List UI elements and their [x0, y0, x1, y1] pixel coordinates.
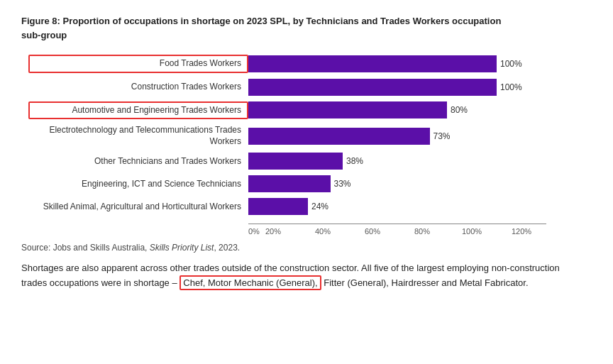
bar-row-0: Food Trades Workers100%	[28, 55, 592, 73]
bar-value-0: 100%	[500, 59, 522, 69]
bar-label-1: Construction Trades Workers	[28, 82, 248, 93]
bar-fill-5	[248, 175, 331, 192]
bar-fill-3	[248, 128, 430, 145]
bar-row-1: Construction Trades Workers100%	[28, 79, 592, 96]
bar-area-1: 100%	[248, 79, 592, 96]
bar-label-5: Engineering, ICT and Science Technicians	[28, 179, 248, 190]
bar-value-3: 73%	[433, 131, 451, 141]
bar-area-2: 80%	[248, 101, 592, 118]
highlight-chef-mechanic: Chef, Motor Mechanic (General),	[180, 275, 321, 290]
bar-area-6: 24%	[248, 198, 592, 215]
bar-area-0: 100%	[248, 55, 592, 72]
bar-fill-1	[248, 79, 497, 96]
bar-chart: Food Trades Workers100%Construction Trad…	[28, 55, 592, 236]
bar-label-6: Skilled Animal, Agricultural and Horticu…	[28, 202, 248, 213]
x-axis-40: 40%	[298, 227, 348, 236]
bar-fill-2	[248, 101, 447, 118]
bar-row-5: Engineering, ICT and Science Technicians…	[28, 175, 592, 192]
bar-area-3: 73%	[248, 128, 592, 145]
bar-area-4: 38%	[248, 153, 592, 170]
bar-fill-4	[248, 153, 343, 170]
bar-row-3: Electrotechnology and Telecommunications…	[28, 125, 592, 147]
bar-label-4: Other Technicians and Trades Workers	[28, 156, 248, 167]
bar-value-5: 33%	[334, 179, 351, 189]
bar-row-4: Other Technicians and Trades Workers38%	[28, 153, 592, 170]
source-text: Source: Jobs and Skills Australia, Skill…	[21, 243, 592, 253]
bar-value-2: 80%	[451, 105, 468, 115]
bar-row-6: Skilled Animal, Agricultural and Horticu…	[28, 198, 592, 215]
bar-value-1: 100%	[500, 82, 522, 92]
x-axis-80: 80%	[397, 227, 447, 236]
bar-value-6: 24%	[311, 202, 328, 211]
bar-label-0: Food Trades Workers	[28, 55, 248, 73]
x-axis-20: 20%	[248, 227, 298, 236]
bar-label-2: Automotive and Engineering Trades Worker…	[28, 101, 248, 120]
body-paragraph: Shortages are also apparent across other…	[21, 261, 575, 291]
bar-label-3: Electrotechnology and Telecommunications…	[28, 125, 248, 147]
bar-area-5: 33%	[248, 175, 592, 192]
bar-fill-0	[248, 55, 497, 72]
bar-fill-6	[248, 198, 308, 215]
x-axis-100: 100%	[447, 227, 497, 236]
figure-title: Figure 8: Proportion of occupations in s…	[21, 14, 504, 42]
bar-row-2: Automotive and Engineering Trades Worker…	[28, 101, 592, 120]
x-axis-120: 120%	[497, 227, 546, 236]
bar-value-4: 38%	[346, 156, 363, 166]
x-axis-60: 60%	[348, 227, 397, 236]
